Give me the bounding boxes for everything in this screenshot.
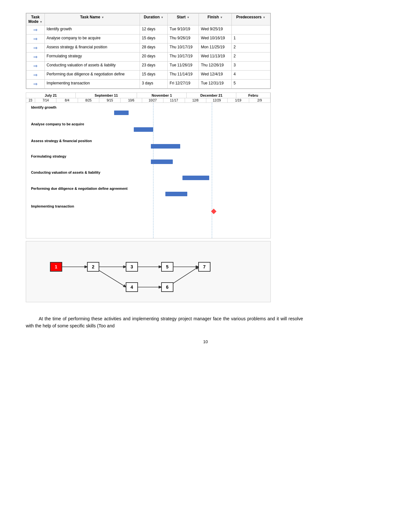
finish-cell: Wed 11/13/19 (199, 53, 231, 62)
task-label: Formulating strategy (31, 154, 66, 158)
table-row: ⇒ Identify growth 12 days Tue 9/10/19 We… (26, 25, 270, 34)
predecessors-cell: 2 (231, 44, 270, 53)
start-cell: Thu 9/26/19 (168, 34, 199, 44)
col-header-predecessors[interactable]: Predecessors ▼ (231, 14, 270, 25)
task-bar (114, 111, 129, 115)
finish-cell: Wed 12/4/19 (199, 71, 231, 80)
svg-text:1: 1 (55, 264, 57, 269)
task-mode-icon: ⇒ (33, 36, 37, 42)
svg-text:4: 4 (131, 285, 133, 290)
task-label: Identify growth (31, 105, 56, 109)
duration-cell: 23 days (140, 62, 168, 71)
finish-cell: Mon 11/25/19 (199, 44, 231, 53)
week-11/17: 11/17 (163, 98, 185, 102)
task-name-cell: Performing due diligence & negotiation d… (44, 71, 140, 80)
gantt-dashed-line (212, 103, 212, 238)
gantt-chart-section: July 21 September 11 November 1 December… (26, 92, 271, 238)
start-cell: Thu 11/14/19 (168, 71, 199, 80)
gantt-body: Identify growthAnalyse company to be acq… (26, 103, 270, 238)
gantt-week-header: 237/148/48/259/1510/610/2711/1712/812/29… (26, 98, 270, 103)
table-row: ⇒ Analyse company to be acquire 15 days … (26, 34, 270, 44)
predecessors-cell (231, 25, 270, 34)
task-mode-icon: ⇒ (33, 81, 37, 87)
filter-arrow-start: ▼ (187, 16, 190, 19)
task-bar (151, 160, 173, 164)
task-mode-cell: ⇒ (26, 34, 45, 44)
network-diagram: 1234567 (26, 241, 271, 302)
task-bar (151, 144, 180, 149)
week-2/9: 2/9 (249, 98, 270, 102)
task-mode-icon: ⇒ (33, 72, 37, 78)
task-label: Conducting valuation of assets & liabili… (31, 170, 100, 174)
task-mode-icon: ⇒ (33, 63, 37, 69)
finish-cell: Wed 10/16/19 (199, 34, 231, 44)
task-name-cell: Conducting valuation of assets & liabili… (44, 62, 140, 71)
svg-text:6: 6 (166, 285, 169, 290)
week-9/15: 9/15 (99, 98, 121, 102)
week-1/19: 1/19 (228, 98, 249, 102)
start-cell: Tue 9/10/19 (168, 25, 199, 34)
week-10/27: 10/27 (142, 98, 163, 102)
predecessors-cell: 2 (231, 53, 270, 62)
table-row: ⇒ Conducting valuation of assets & liabi… (26, 62, 270, 71)
task-label: Implementing transaction (31, 204, 74, 208)
svg-text:7: 7 (203, 264, 206, 269)
task-bar (165, 192, 187, 196)
duration-cell: 15 days (140, 34, 168, 44)
task-bar (134, 127, 153, 132)
col-header-duration[interactable]: Duration ▼ (140, 14, 168, 25)
duration-cell: 20 days (140, 53, 168, 62)
duration-cell: 28 days (140, 44, 168, 53)
predecessors-cell: 1 (231, 34, 270, 44)
paragraph-section: At the time of performing these activiti… (19, 315, 309, 330)
task-mode-cell: ⇒ (26, 80, 45, 89)
filter-arrow-task-mode: ▼ (40, 20, 43, 24)
table-row: ⇒ Assess strategy & financial position 2… (26, 44, 270, 53)
gantt-dashed-line (153, 103, 153, 238)
col-header-task-mode[interactable]: TaskMode ▼ (26, 14, 45, 25)
col-header-task-name[interactable]: Task Name ▼ (44, 14, 140, 25)
filter-arrow-task-name: ▼ (101, 16, 104, 19)
network-svg: 1234567 (26, 241, 270, 302)
gantt-month-header: July 21 September 11 November 1 December… (26, 93, 270, 98)
svg-text:2: 2 (92, 264, 94, 269)
finish-cell: Thu 12/26/19 (199, 62, 231, 71)
predecessors-cell: 3 (231, 62, 270, 71)
predecessors-cell: 4 (231, 71, 270, 80)
col-header-start[interactable]: Start ▼ (168, 14, 199, 25)
svg-text:5: 5 (166, 264, 169, 269)
predecessors-cell: 5 (231, 80, 270, 89)
task-label: Assess strategy & financial position (31, 139, 92, 143)
task-name-cell: Analyse company to be acquire (44, 34, 140, 44)
week-10/6: 10/6 (121, 98, 142, 102)
table-row: ⇒ Formulating strategy 20 days Thu 10/17… (26, 53, 270, 62)
month-dec: December 21 (187, 93, 236, 98)
task-name-cell: Implementing transaction (44, 80, 140, 89)
task-mode-icon: ⇒ (33, 54, 37, 60)
start-cell: Thu 10/17/19 (168, 53, 199, 62)
task-name-cell: Formulating strategy (44, 53, 140, 62)
month-july: July 21 (26, 93, 76, 98)
week-8/4: 8/4 (56, 98, 78, 102)
start-cell: Fri 12/27/19 (168, 80, 199, 89)
table-header-row: TaskMode ▼ Task Name ▼ Duration ▼ Start … (26, 14, 270, 25)
task-mode-cell: ⇒ (26, 71, 45, 80)
task-mode-cell: ⇒ (26, 53, 45, 62)
task-bar (182, 176, 209, 180)
gantt-table: TaskMode ▼ Task Name ▼ Duration ▼ Start … (26, 13, 270, 89)
month-nov: November 1 (137, 93, 187, 98)
task-mode-icon: ⇒ (33, 45, 37, 51)
start-cell: Tue 11/26/19 (168, 62, 199, 71)
start-cell: Thu 10/17/19 (168, 44, 199, 53)
week-7/14: 7/14 (35, 98, 56, 102)
task-name-cell: Identify growth (44, 25, 140, 34)
table-row: ⇒ Implementing transaction 3 days Fri 12… (26, 80, 270, 89)
month-feb: Febru (236, 93, 270, 98)
duration-cell: 3 days (140, 80, 168, 89)
gantt-table-container: TaskMode ▼ Task Name ▼ Duration ▼ Start … (26, 13, 271, 89)
duration-cell: 15 days (140, 71, 168, 80)
col-header-finish[interactable]: Finish ▼ (199, 14, 231, 25)
month-sept: September 11 (76, 93, 137, 98)
task-mode-cell: ⇒ (26, 62, 45, 71)
finish-cell: Wed 9/25/19 (199, 25, 231, 34)
